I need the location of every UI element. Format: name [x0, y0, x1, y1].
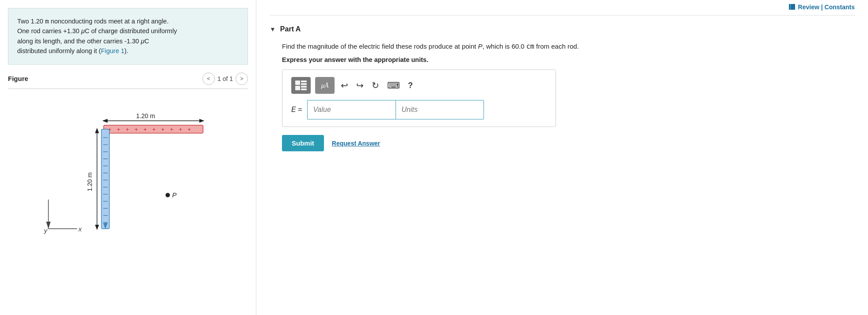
mu-label: μÅ [321, 82, 329, 89]
keyboard-icon: ⌨ [387, 80, 400, 91]
svg-rect-38 [790, 4, 791, 10]
part-description: Find the magnitude of the electric field… [270, 41, 855, 52]
svg-text:+: + [179, 126, 183, 133]
keyboard-btn[interactable]: ⌨ [385, 79, 402, 92]
request-answer-button[interactable]: Request Answer [332, 140, 380, 147]
svg-text:+: + [135, 126, 138, 133]
refresh-btn[interactable]: ↻ [370, 79, 381, 92]
answer-toolbar: μÅ ↩ ↪ ↻ ⌨ ? [291, 77, 547, 94]
svg-text:1.20 m: 1.20 m [136, 112, 155, 119]
figure-title: Figure [8, 75, 28, 82]
figure-link[interactable]: Figure 1 [101, 47, 124, 54]
svg-rect-44 [301, 88, 307, 90]
problem-statement: Two 1.20 m nonconducting rods meet at a … [8, 8, 248, 65]
action-row: Submit Request Answer [282, 135, 855, 151]
review-constants-link[interactable]: Review | Constants [788, 4, 855, 11]
figure-diagram: 1.20 m + + + + + + + + + + [8, 93, 248, 253]
refresh-icon: ↻ [372, 80, 379, 91]
svg-text:+: + [161, 126, 165, 133]
svg-rect-13 [102, 129, 110, 229]
svg-text:1.20 m: 1.20 m [86, 172, 93, 191]
top-bar: Review | Constants [270, 0, 855, 15]
figure-prev-btn[interactable]: < [202, 73, 215, 85]
svg-text:+: + [117, 126, 121, 133]
units-input[interactable] [396, 100, 484, 119]
book-icon [788, 4, 796, 11]
grid-template-btn[interactable] [291, 77, 311, 94]
svg-text:+: + [170, 126, 174, 133]
figure-section: Figure < 1 of 1 > [0, 65, 256, 254]
answer-box: μÅ ↩ ↪ ↻ ⌨ ? [282, 69, 556, 127]
figure-nav: < 1 of 1 > [202, 73, 248, 85]
svg-rect-41 [301, 83, 307, 85]
redo-btn[interactable]: ↪ [354, 79, 365, 92]
left-panel: Two 1.20 m nonconducting rods meet at a … [0, 0, 256, 315]
equation-input-row: E = [291, 100, 547, 119]
figure-next-btn[interactable]: > [236, 73, 248, 85]
unit-symbol-btn[interactable]: μÅ [315, 77, 335, 94]
collapse-arrow-icon[interactable]: ▼ [270, 26, 276, 33]
help-icon: ? [408, 81, 413, 90]
svg-text:+: + [152, 126, 156, 133]
svg-text:+: + [144, 126, 147, 133]
express-instruction: Express your answer with the appropriate… [270, 56, 855, 63]
part-title: Part A [280, 25, 301, 33]
equation-label: E = [291, 106, 302, 114]
svg-rect-43 [301, 86, 307, 88]
svg-text:+: + [188, 126, 191, 133]
undo-btn[interactable]: ↩ [339, 79, 350, 92]
svg-rect-39 [295, 81, 300, 85]
svg-rect-37 [789, 4, 795, 10]
svg-rect-40 [301, 81, 307, 82]
svg-text:+: + [126, 126, 129, 133]
svg-point-29 [166, 193, 170, 197]
svg-text:x: x [78, 225, 82, 233]
right-panel: Review | Constants ▼ Part A Find the mag… [256, 0, 868, 315]
undo-icon: ↩ [341, 80, 348, 91]
redo-icon: ↪ [356, 80, 364, 91]
svg-text:P: P [172, 191, 177, 199]
part-header: ▼ Part A [270, 25, 855, 33]
part-section: ▼ Part A Find the magnitude of the elect… [270, 15, 855, 151]
grid-icon [295, 80, 307, 91]
figure-page-label: 1 of 1 [217, 75, 233, 82]
svg-text:y: y [44, 227, 48, 234]
submit-button[interactable]: Submit [282, 135, 324, 151]
value-input[interactable] [307, 100, 396, 119]
svg-rect-42 [295, 86, 300, 90]
help-btn[interactable]: ? [406, 80, 415, 91]
